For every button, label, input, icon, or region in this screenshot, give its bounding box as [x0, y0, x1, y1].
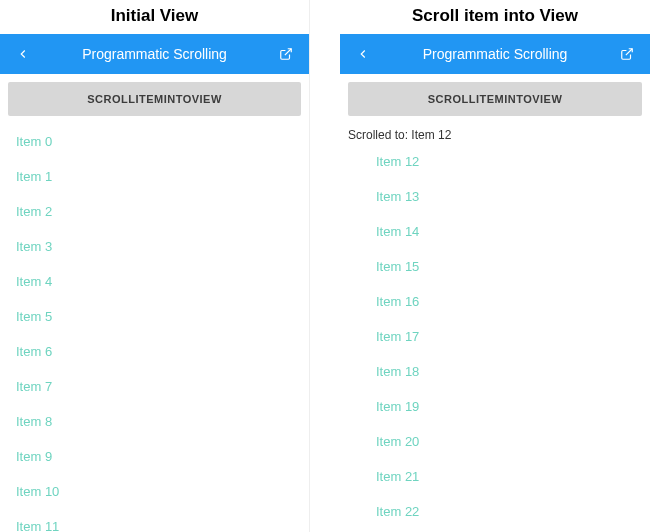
- list-item[interactable]: Item 14: [340, 214, 650, 249]
- list-item[interactable]: Item 9: [0, 439, 309, 474]
- list-item[interactable]: Item 2: [0, 194, 309, 229]
- back-icon[interactable]: [354, 45, 372, 63]
- panel-title: Scroll item into View: [340, 0, 650, 34]
- back-icon[interactable]: [14, 45, 32, 63]
- list-item[interactable]: Item 11: [0, 509, 309, 532]
- list-item[interactable]: Item 6: [0, 334, 309, 369]
- list-item[interactable]: Item 21: [340, 459, 650, 494]
- list-item[interactable]: Item 10: [0, 474, 309, 509]
- panel-scrolled: Scroll item into View Programmatic Scrol…: [340, 0, 650, 532]
- svg-line-0: [285, 49, 291, 55]
- list-item[interactable]: Item 3: [0, 229, 309, 264]
- list-item[interactable]: Item 4: [0, 264, 309, 299]
- list-item[interactable]: Item 0: [0, 124, 309, 159]
- app-header: Programmatic Scrolling: [340, 34, 650, 74]
- list-item[interactable]: Item 18: [340, 354, 650, 389]
- scroll-item-into-view-button[interactable]: SCROLLITEMINTOVIEW: [348, 82, 642, 116]
- list-item[interactable]: Item 13: [340, 179, 650, 214]
- list-item[interactable]: Item 20: [340, 424, 650, 459]
- panel-gap: [310, 0, 340, 532]
- list-item[interactable]: Item 17: [340, 319, 650, 354]
- item-list[interactable]: Item 0 Item 1 Item 2 Item 3 Item 4 Item …: [0, 124, 309, 532]
- item-list[interactable]: Item 12 Item 13 Item 14 Item 15 Item 16 …: [340, 144, 650, 532]
- header-title: Programmatic Scrolling: [372, 46, 618, 62]
- app-header: Programmatic Scrolling: [0, 34, 309, 74]
- header-title: Programmatic Scrolling: [32, 46, 277, 62]
- list-item[interactable]: Item 7: [0, 369, 309, 404]
- list-item[interactable]: Item 12: [340, 144, 650, 179]
- scroll-item-into-view-button[interactable]: SCROLLITEMINTOVIEW: [8, 82, 301, 116]
- external-link-icon[interactable]: [277, 45, 295, 63]
- status-text: Scrolled to: Item 12: [340, 124, 650, 144]
- external-link-icon[interactable]: [618, 45, 636, 63]
- list-item[interactable]: Item 8: [0, 404, 309, 439]
- screenshot-container: Initial View Programmatic Scrolling SCRO…: [0, 0, 650, 532]
- button-wrap: SCROLLITEMINTOVIEW: [0, 74, 309, 124]
- panel-title: Initial View: [0, 0, 309, 34]
- list-item[interactable]: Item 1: [0, 159, 309, 194]
- list-item[interactable]: Item 22: [340, 494, 650, 529]
- list-item[interactable]: Item 16: [340, 284, 650, 319]
- list-item[interactable]: Item 19: [340, 389, 650, 424]
- svg-line-1: [626, 49, 632, 55]
- list-item[interactable]: Item 15: [340, 249, 650, 284]
- list-item[interactable]: Item 5: [0, 299, 309, 334]
- panel-initial: Initial View Programmatic Scrolling SCRO…: [0, 0, 310, 532]
- button-wrap: SCROLLITEMINTOVIEW: [340, 74, 650, 124]
